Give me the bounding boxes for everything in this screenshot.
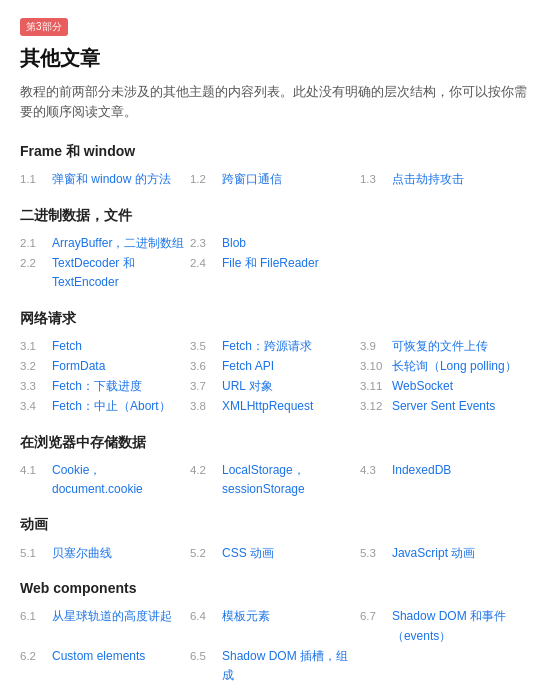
toc-item: 3.9可恢复的文件上传 (360, 337, 530, 356)
toc-link[interactable]: 长轮询（Long polling） (392, 357, 517, 376)
toc-item: 3.5Fetch：跨源请求 (190, 337, 360, 356)
toc-item: 2.2TextDecoder 和 TextEncoder (20, 254, 190, 292)
section-animation: 动画5.1贝塞尔曲线5.2CSS 动画5.3JavaScript 动画 (20, 513, 530, 563)
toc-number: 1.1 (20, 170, 48, 188)
toc-link[interactable]: Shadow DOM 和事件（events） (392, 607, 530, 645)
toc-link[interactable]: 可恢复的文件上传 (392, 337, 488, 356)
toc-item: 3.12Server Sent Events (360, 397, 530, 416)
toc-item: 1.3点击劫持攻击 (360, 170, 530, 189)
toc-link[interactable]: Fetch API (222, 357, 274, 376)
toc-item: 5.1贝塞尔曲线 (20, 544, 190, 563)
toc-link[interactable]: LocalStorage，sessionStorage (222, 461, 360, 499)
toc-row: 4.1Cookie，document.cookie4.2LocalStorage… (20, 461, 530, 499)
section-binary-files: 二进制数据，文件2.1ArrayBuffer，二进制数组2.3Blob2.2Te… (20, 204, 530, 293)
toc-item: 3.7URL 对象 (190, 377, 360, 396)
toc-number: 3.10 (360, 357, 388, 375)
toc-row: 3.3Fetch：下载进度3.7URL 对象3.11WebSocket (20, 377, 530, 396)
toc-number: 2.3 (190, 234, 218, 252)
toc-number: 3.2 (20, 357, 48, 375)
toc-item: 5.2CSS 动画 (190, 544, 360, 563)
toc-link[interactable]: Fetch：跨源请求 (222, 337, 312, 356)
toc-row: 2.1ArrayBuffer，二进制数组2.3Blob (20, 234, 530, 253)
toc-row: 3.1Fetch3.5Fetch：跨源请求3.9可恢复的文件上传 (20, 337, 530, 356)
toc-item: 2.1ArrayBuffer，二进制数组 (20, 234, 190, 253)
toc-number: 3.11 (360, 377, 388, 395)
toc-number: 4.1 (20, 461, 48, 479)
toc-number: 6.1 (20, 607, 48, 625)
toc-row: 2.2TextDecoder 和 TextEncoder2.4File 和 Fi… (20, 254, 530, 292)
toc-number: 2.4 (190, 254, 218, 272)
toc-number: 6.5 (190, 647, 218, 665)
section-heading-binary-files: 二进制数据，文件 (20, 204, 530, 226)
toc-link[interactable]: 跨窗口通信 (222, 170, 282, 189)
toc-link[interactable]: 模板元素 (222, 607, 270, 626)
toc-number: 4.2 (190, 461, 218, 479)
toc-number: 1.2 (190, 170, 218, 188)
toc-item: 3.3Fetch：下载进度 (20, 377, 190, 396)
toc-item: 4.2LocalStorage，sessionStorage (190, 461, 360, 499)
toc-number: 5.1 (20, 544, 48, 562)
toc-item: 2.3Blob (190, 234, 360, 253)
toc-link[interactable]: Custom elements (52, 647, 145, 666)
toc-link[interactable]: JavaScript 动画 (392, 544, 475, 563)
section-badge: 第3部分 (20, 18, 68, 36)
toc-link[interactable]: Server Sent Events (392, 397, 495, 416)
toc-link[interactable]: 贝塞尔曲线 (52, 544, 112, 563)
toc-link[interactable]: IndexedDB (392, 461, 451, 480)
toc-link[interactable]: Shadow DOM 插槽，组成 (222, 647, 360, 681)
toc-link[interactable]: 从星球轨道的高度讲起 (52, 607, 172, 626)
toc-number: 5.3 (360, 544, 388, 562)
toc-link[interactable]: ArrayBuffer，二进制数组 (52, 234, 184, 253)
toc-number: 3.12 (360, 397, 388, 415)
toc-row: 5.1贝塞尔曲线5.2CSS 动画5.3JavaScript 动画 (20, 544, 530, 563)
toc-link[interactable]: Fetch (52, 337, 82, 356)
toc-link[interactable]: TextDecoder 和 TextEncoder (52, 254, 190, 292)
toc-row: 6.2Custom elements6.5Shadow DOM 插槽，组成 (20, 647, 530, 681)
toc-number: 3.7 (190, 377, 218, 395)
toc-item: 3.8XMLHttpRequest (190, 397, 360, 416)
toc-link[interactable]: WebSocket (392, 377, 453, 396)
toc-number: 3.5 (190, 337, 218, 355)
toc-number: 4.3 (360, 461, 388, 479)
toc-item: 3.11WebSocket (360, 377, 530, 396)
toc-item: 6.7Shadow DOM 和事件（events） (360, 607, 530, 645)
toc-link[interactable]: File 和 FileReader (222, 254, 319, 273)
toc-number: 6.2 (20, 647, 48, 665)
toc-link[interactable]: Cookie，document.cookie (52, 461, 190, 499)
toc-item: 6.1从星球轨道的高度讲起 (20, 607, 190, 626)
toc-number: 2.2 (20, 254, 48, 272)
toc-link[interactable]: XMLHttpRequest (222, 397, 313, 416)
toc-link[interactable]: URL 对象 (222, 377, 273, 396)
toc-link[interactable]: FormData (52, 357, 105, 376)
toc-link[interactable]: 弹窗和 window 的方法 (52, 170, 171, 189)
toc-number: 3.3 (20, 377, 48, 395)
toc-number: 3.8 (190, 397, 218, 415)
toc-item: 6.2Custom elements (20, 647, 190, 666)
toc-item: 4.3IndexedDB (360, 461, 530, 480)
toc-item: 1.1弹窗和 window 的方法 (20, 170, 190, 189)
section-network: 网络请求3.1Fetch3.5Fetch：跨源请求3.9可恢复的文件上传3.2F… (20, 307, 530, 417)
section-heading-animation: 动画 (20, 513, 530, 535)
toc-link[interactable]: Fetch：中止（Abort） (52, 397, 171, 416)
section-heading-web-components: Web components (20, 577, 530, 599)
toc-number: 6.4 (190, 607, 218, 625)
toc-sections: Frame 和 window1.1弹窗和 window 的方法1.2跨窗口通信1… (20, 140, 530, 681)
toc-link[interactable]: Fetch：下载进度 (52, 377, 142, 396)
badge-container: 第3部分 (20, 16, 530, 42)
toc-item: 3.10长轮询（Long polling） (360, 357, 530, 376)
section-web-components: Web components6.1从星球轨道的高度讲起6.4模板元素6.7Sha… (20, 577, 530, 681)
toc-link[interactable]: 点击劫持攻击 (392, 170, 464, 189)
toc-number: 3.1 (20, 337, 48, 355)
toc-number: 5.2 (190, 544, 218, 562)
page-title: 其他文章 (20, 42, 530, 74)
toc-number: 3.6 (190, 357, 218, 375)
toc-item: 2.4File 和 FileReader (190, 254, 360, 273)
section-frame-window: Frame 和 window1.1弹窗和 window 的方法1.2跨窗口通信1… (20, 140, 530, 190)
toc-link[interactable]: Blob (222, 234, 246, 253)
toc-item: 4.1Cookie，document.cookie (20, 461, 190, 499)
toc-item: 1.2跨窗口通信 (190, 170, 360, 189)
toc-link[interactable]: CSS 动画 (222, 544, 274, 563)
toc-number: 3.9 (360, 337, 388, 355)
section-heading-frame-window: Frame 和 window (20, 140, 530, 162)
section-storage: 在浏览器中存储数据4.1Cookie，document.cookie4.2Loc… (20, 431, 530, 500)
